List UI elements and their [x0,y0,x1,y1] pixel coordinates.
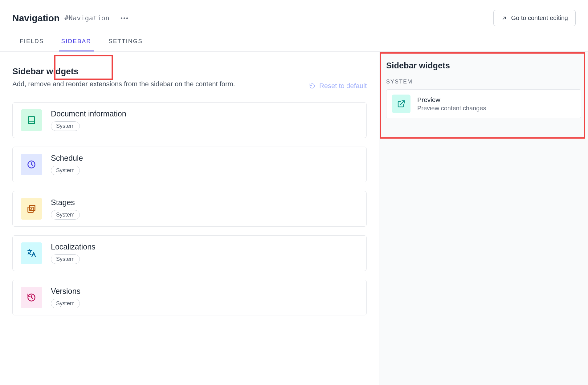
translate-icon [21,242,42,264]
reset-to-default-button[interactable]: Reset to default [309,67,367,90]
sidebar-panel-section-label: SYSTEM [386,79,581,85]
tab-settings[interactable]: SETTINGS [106,35,145,51]
document-icon [21,109,42,131]
tab-sidebar[interactable]: SIDEBAR [59,35,94,51]
widget-card-schedule[interactable]: Schedule System [12,147,367,182]
page-hash: #Navigation [64,14,109,22]
widget-title: Localizations [51,242,96,251]
widget-card-versions[interactable]: Versions System [12,280,367,315]
widget-card-stages[interactable]: Stages System [12,191,367,227]
goto-content-editing-button[interactable]: Go to content editing [493,10,576,26]
refresh-icon [309,83,316,89]
sidebar-widget-preview[interactable]: Preview Preview content changes [386,89,581,118]
external-link-icon [392,95,410,113]
widget-card-document-information[interactable]: Document information System [12,102,367,138]
widget-card-localizations[interactable]: Localizations System [12,235,367,271]
sidebar-card-title: Preview [417,96,486,103]
sidebar-card-subtitle: Preview content changes [417,105,486,112]
arrow-up-right-icon [501,15,507,21]
widget-badge: System [51,121,80,131]
widget-badge: System [51,166,80,175]
main-heading: Sidebar widgets [12,67,235,76]
widget-badge: System [51,254,80,264]
sidebar-panel-heading: Sidebar widgets [386,61,581,71]
widget-title: Stages [51,198,80,207]
goto-label: Go to content editing [511,14,568,22]
more-button[interactable]: ••• [118,14,131,22]
clock-icon [21,154,42,175]
widget-badge: System [51,210,80,220]
reset-label: Reset to default [319,82,367,90]
widget-badge: System [51,299,80,308]
tabs: FIELDS SIDEBAR SETTINGS [0,26,588,52]
main-subheading: Add, remove and reorder extensions from … [12,80,235,88]
page-title: Navigation [12,13,59,23]
history-icon [21,287,42,308]
widget-title: Document information [51,109,126,118]
widget-title: Schedule [51,154,83,163]
widget-title: Versions [51,287,80,296]
tab-fields[interactable]: FIELDS [17,35,47,51]
stages-icon [21,198,42,220]
